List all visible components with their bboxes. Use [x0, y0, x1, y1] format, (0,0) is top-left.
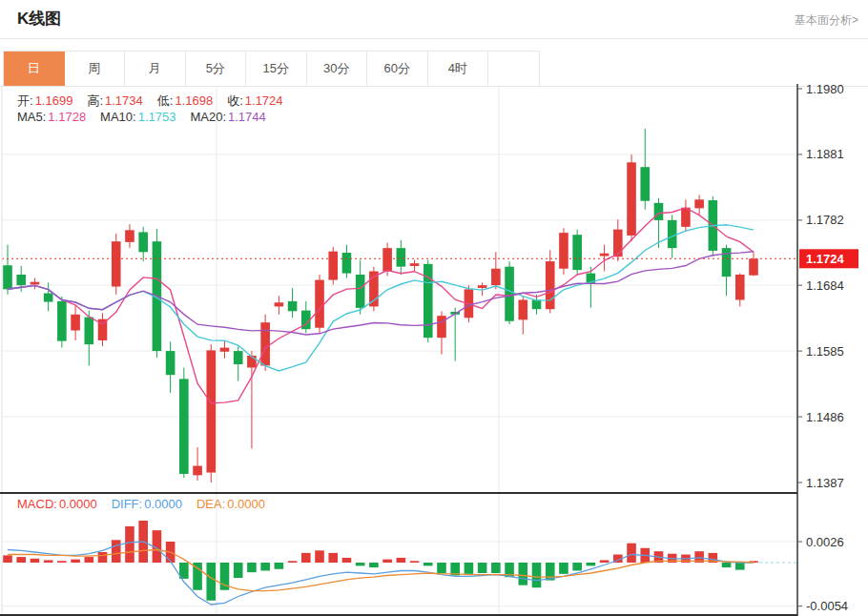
- legend-item: DEA:0.0000: [196, 497, 265, 511]
- last-price-badge: 1.1724: [799, 249, 858, 268]
- gridlines: [2, 87, 797, 615]
- legend-item: MA5:1.1728: [17, 110, 86, 124]
- macd-histogram: [3, 521, 758, 601]
- candles: [3, 129, 758, 483]
- axis-label: 1.1585: [806, 344, 844, 359]
- ma5-line: [8, 208, 754, 403]
- axis-label: -0.0054: [806, 599, 848, 613]
- legend-item: DIFF:0.0000: [112, 497, 182, 511]
- last-price-label: 1.1724: [806, 252, 845, 266]
- legend-item: 低:1.1698: [157, 92, 213, 110]
- axis-label: 1.1684: [806, 278, 844, 293]
- panel-borders: [0, 84, 797, 616]
- ma-legend: MA5:1.1728MA10:1.1753MA20:1.1744: [17, 110, 280, 124]
- legend-item: MA10:1.1753: [100, 110, 176, 124]
- ohlc-legend: 开:1.1699高:1.1734低:1.1698收:1.1724: [17, 92, 298, 110]
- axis-label: 1.1782: [806, 213, 844, 227]
- macd-legend: MACD:0.0000DIFF:0.0000DEA:0.0000: [17, 497, 279, 511]
- legend-item: 开:1.1699: [17, 92, 72, 110]
- kline-page: K线图 基本面分析> 日周月5分15分30分60分4时 1.19801.1881…: [0, 0, 868, 616]
- legend-item: MA20:1.1744: [190, 110, 265, 124]
- ma-lines: [8, 208, 754, 403]
- axis-label: 0.0026: [806, 535, 844, 549]
- legend-item: 高:1.1734: [87, 92, 142, 110]
- legend-item: 收:1.1724: [227, 92, 282, 110]
- axis-label: 1.1486: [806, 410, 844, 424]
- axis-label: 1.1980: [806, 82, 844, 96]
- axis-label: 1.1387: [806, 476, 844, 490]
- legend-item: MACD:0.0000: [17, 497, 97, 511]
- price-axis-labels: 1.19801.18811.17821.16841.15851.14861.13…: [797, 82, 848, 614]
- axis-label: 1.1881: [806, 147, 844, 161]
